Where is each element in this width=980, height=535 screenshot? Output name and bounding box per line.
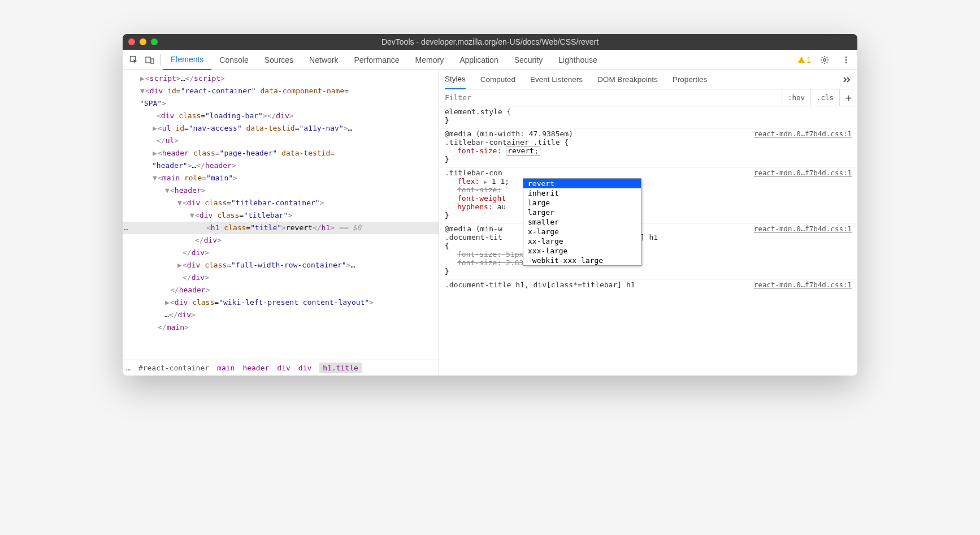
css-property[interactable]: flex: ▶ 1 1;	[445, 177, 852, 185]
hov-toggle[interactable]: :hov	[782, 89, 810, 106]
tab-lighthouse[interactable]: Lighthouse	[550, 50, 605, 70]
inspect-element-icon[interactable]	[126, 52, 142, 68]
source-link[interactable]: react-mdn.0…f7b4d.css:1	[754, 169, 852, 177]
svg-point-5	[845, 59, 847, 61]
tab-elements[interactable]: Elements	[163, 50, 211, 70]
tab-performance[interactable]: Performance	[346, 50, 407, 70]
tab-styles[interactable]: Styles	[445, 70, 466, 89]
css-property-overridden[interactable]: font-size: 2.83333rem;	[445, 258, 852, 267]
autocomplete-item[interactable]: inherit	[523, 188, 641, 198]
dom-node[interactable]: ▼<div id="react-container" data-componen…	[123, 85, 439, 97]
device-toolbar-icon[interactable]	[142, 52, 158, 68]
breadcrumb-item[interactable]: div	[277, 364, 290, 372]
dom-node[interactable]: "SPA">	[123, 97, 439, 110]
toolbar-separator	[160, 54, 161, 66]
close-window-button[interactable]	[128, 38, 135, 45]
rule-selector: element.style {	[445, 107, 852, 116]
source-link[interactable]: react-mdn.0…f7b4d.css:1	[754, 225, 852, 233]
css-property-overridden[interactable]: font-size:	[445, 185, 852, 194]
css-value-input[interactable]: revert;	[506, 146, 540, 156]
dom-node[interactable]: </div>	[123, 234, 439, 247]
rule-selector: .document-tit	[445, 233, 502, 241]
dom-node[interactable]: </div>	[123, 247, 439, 259]
dom-node[interactable]: </header>	[123, 284, 439, 296]
breadcrumb-item[interactable]: main	[217, 364, 235, 372]
dom-node[interactable]: ▶<div class="wiki-left-present content-l…	[123, 296, 439, 309]
rule-element-style[interactable]: element.style { }	[439, 106, 857, 128]
source-link[interactable]: react-mdn.0…f7b4d.css:1	[754, 281, 852, 289]
tab-event-listeners[interactable]: Event Listeners	[530, 70, 583, 89]
autocomplete-item[interactable]: smaller	[523, 217, 641, 227]
dom-node[interactable]: …</div>	[123, 309, 439, 321]
autocomplete-item[interactable]: xx-large	[523, 236, 641, 246]
cls-toggle[interactable]: .cls	[810, 89, 839, 106]
styles-filter-row: :hov .cls +	[439, 89, 857, 106]
autocomplete-item[interactable]: xxx-large	[523, 246, 641, 256]
dom-node[interactable]: </div>	[123, 271, 439, 284]
new-style-rule-button[interactable]: +	[839, 89, 857, 106]
breadcrumb-item[interactable]: #react-container	[138, 364, 209, 372]
autocomplete-item[interactable]: large	[523, 198, 641, 208]
autocomplete-item[interactable]: larger	[523, 208, 641, 217]
css-rule[interactable]: react-mdn.0…f7b4d.css:1 @media (min-widt…	[439, 128, 857, 167]
breadcrumb-item-current[interactable]: h1.title	[319, 363, 362, 373]
dom-node[interactable]: </main>	[123, 321, 439, 334]
autocomplete-item[interactable]: x-large	[523, 227, 641, 236]
toolbar-right-group: 1	[797, 52, 854, 68]
tab-console[interactable]: Console	[211, 50, 256, 70]
tab-computed[interactable]: Computed	[480, 70, 515, 89]
warnings-badge[interactable]: 1	[797, 55, 811, 64]
dom-node[interactable]: ▶<ul id="nav-access" data-testid="a11y-n…	[123, 122, 439, 135]
source-link[interactable]: react-mdn.0…f7b4d.css:1	[754, 130, 852, 138]
autocomplete-item-selected[interactable]: revert	[523, 179, 641, 188]
tab-dom-breakpoints[interactable]: DOM Breakpoints	[597, 70, 658, 89]
rule-selector: .titlebar-container .title {	[445, 138, 852, 146]
kebab-menu-icon[interactable]	[838, 52, 854, 68]
dom-node-selected[interactable]: <h1 class="title">revert</h1> == $0	[123, 222, 439, 234]
autocomplete-item[interactable]: -webkit-xxx-large	[523, 256, 641, 265]
breadcrumb-item[interactable]: header	[242, 364, 269, 372]
tab-security[interactable]: Security	[506, 50, 551, 70]
dom-node[interactable]: <div class="loading-bar"></div>	[123, 110, 439, 122]
maximize-window-button[interactable]	[151, 38, 158, 45]
rule-close: }	[445, 155, 852, 163]
css-rule[interactable]: react-mdn.0…f7b4d.css:1 @media (min-w .d…	[439, 223, 857, 279]
minimize-window-button[interactable]	[140, 38, 146, 45]
css-property-overridden[interactable]: font-size: 51px;	[445, 250, 852, 258]
dom-node[interactable]: ▼<div class="titlebar-container">	[123, 197, 439, 209]
breadcrumb-item[interactable]: div	[298, 364, 311, 372]
traffic-lights	[128, 38, 158, 45]
sidebar-tabs: Styles Computed Event Listeners DOM Brea…	[439, 70, 857, 89]
css-rule[interactable]: react-mdn.0…f7b4d.css:1 .document-title …	[439, 279, 857, 292]
dom-node[interactable]: ▶<script>…</script>	[123, 72, 439, 85]
content-split: ▶<script>…</script> ▼<div id="react-cont…	[123, 70, 857, 376]
dom-node[interactable]: ▶<header class="page-header" data-testid…	[123, 147, 439, 159]
warning-count: 1	[806, 55, 811, 64]
dom-node[interactable]: ▼<div class="titlebar">	[123, 209, 439, 222]
more-tabs-icon[interactable]	[843, 76, 852, 83]
tab-sources[interactable]: Sources	[257, 50, 301, 70]
styles-filter-input[interactable]	[439, 93, 782, 102]
autocomplete-popup: revert inherit large larger smaller x-la…	[523, 178, 641, 266]
rule-open: {	[445, 241, 852, 250]
settings-icon[interactable]	[817, 52, 832, 68]
tab-properties[interactable]: Properties	[673, 70, 708, 89]
dom-node[interactable]: ▼<header>	[123, 184, 439, 197]
tab-network[interactable]: Network	[301, 50, 346, 70]
svg-point-6	[845, 62, 847, 63]
dom-node[interactable]: "header">…</header>	[123, 159, 439, 172]
css-rule[interactable]: react-mdn.0…f7b4d.css:1 .titlebar-con fl…	[439, 167, 857, 223]
dom-node[interactable]: ▶<div class="full-width-row-container">…	[123, 259, 439, 271]
css-property[interactable]: hyphens: au	[445, 202, 852, 211]
breadcrumb-ellipsis[interactable]: …	[126, 364, 131, 372]
tab-application[interactable]: Application	[452, 50, 506, 70]
svg-rect-2	[151, 59, 154, 63]
css-property[interactable]: font-weight	[445, 194, 852, 202]
dom-tree[interactable]: ▶<script>…</script> ▼<div id="react-cont…	[123, 70, 439, 360]
svg-rect-1	[146, 57, 150, 63]
css-property[interactable]: font-size: revert;	[445, 146, 852, 155]
tab-memory[interactable]: Memory	[407, 50, 452, 70]
dom-node[interactable]: </ul>	[123, 135, 439, 147]
styles-panel: Styles Computed Event Listeners DOM Brea…	[439, 70, 857, 376]
dom-node[interactable]: ▼<main role="main">	[123, 172, 439, 184]
